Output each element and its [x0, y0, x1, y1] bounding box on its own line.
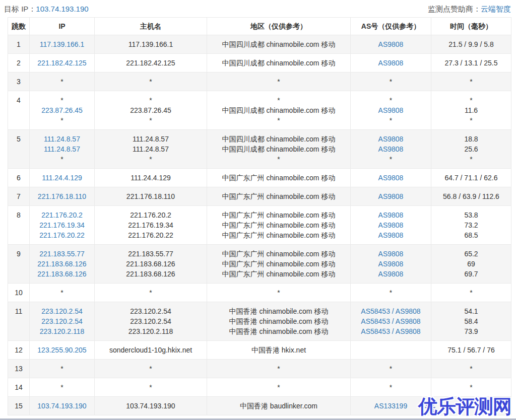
ip-link[interactable]: 221.183.55.77 — [32, 249, 92, 259]
hop-cell: 2 — [8, 54, 30, 73]
asn-link[interactable]: AS133199 — [353, 401, 429, 411]
ip-cell: 123.255.90.205 — [30, 341, 95, 360]
host-value: 221.183.68.126 — [97, 259, 205, 269]
region-cell: 中国香港 baudlinker.com — [207, 397, 351, 415]
time-cell: 64.7 / 71.1 / 62.6 — [431, 169, 511, 187]
time-cell: 27.3 / 13.1 / 25.5 — [431, 54, 511, 73]
region-cell: 中国广东广州 chinamobile.com 移动 — [207, 169, 351, 187]
hop-cell: 8 — [8, 206, 30, 245]
region-value: 中国四川成都 chinamobile.com 移动 — [209, 105, 348, 115]
asn-link[interactable]: AS9808 — [353, 259, 429, 269]
asn-link[interactable]: AS58453 / AS9808 — [353, 316, 429, 326]
host-value: 223.120.2.54 — [97, 316, 205, 326]
time-value: * — [433, 95, 509, 105]
table-row: 3***** — [8, 73, 511, 91]
sponsor-link[interactable]: 云端智度 — [481, 5, 511, 13]
region-value: * — [209, 154, 348, 164]
hop-cell: 9 — [8, 245, 30, 284]
hop-cell: 7 — [8, 187, 30, 206]
asn-link[interactable]: AS9808 — [353, 105, 429, 115]
asn-value: * — [353, 115, 429, 125]
asn-value: * — [353, 77, 429, 87]
asn-link[interactable]: AS9808 — [353, 173, 429, 183]
ip-link[interactable]: 221.176.20.22 — [32, 230, 92, 240]
hop-cell: 1 — [8, 35, 30, 54]
time-cell: * — [431, 360, 511, 378]
asn-link[interactable]: AS9808 — [353, 144, 429, 154]
region-value: 中国四川成都 chinamobile.com 移动 — [209, 39, 348, 49]
time-cell: 56.8 / 63.9 / 112.6 — [431, 187, 511, 206]
ip-link[interactable]: 223.120.2.118 — [32, 326, 92, 336]
ip-link[interactable]: 221.176.18.110 — [32, 191, 92, 201]
asn-link[interactable]: AS9808 — [353, 230, 429, 240]
hop-value: 2 — [10, 58, 27, 68]
region-value: 中国广东广州 chinamobile.com 移动 — [209, 173, 348, 183]
hop-cell: 3 — [8, 73, 30, 91]
host-cell: 111.24.4.129 — [95, 169, 207, 187]
region-value: * — [209, 95, 348, 105]
asn-value: * — [353, 364, 429, 374]
region-cell: 中国四川成都 chinamobile.com 移动中国四川成都 chinamob… — [207, 130, 351, 169]
ip-link[interactable]: 117.139.166.1 — [32, 39, 92, 49]
ip-cell: 117.139.166.1 — [30, 35, 95, 54]
host-value: 221.176.20.2 — [97, 210, 205, 220]
ip-link[interactable]: 221.183.68.126 — [32, 269, 92, 279]
table-row: 9221.183.55.77221.183.68.126221.183.68.1… — [8, 245, 511, 284]
host-cell: *223.87.26.45* — [95, 91, 207, 130]
asn-link[interactable]: AS9808 — [353, 220, 429, 230]
region-value: 中国四川成都 chinamobile.com 移动 — [209, 58, 348, 68]
col-header-time: 时间（毫秒） — [431, 18, 511, 35]
ip-cell: 111.24.4.129 — [30, 169, 95, 187]
asn-link[interactable]: AS9808 — [353, 191, 429, 201]
ip-link[interactable]: 223.120.2.54 — [32, 316, 92, 326]
ip-cell: * — [30, 284, 95, 302]
asn-link[interactable]: AS58453 / AS9808 — [353, 326, 429, 336]
time-value: 54.1 — [433, 306, 509, 316]
asn-link[interactable]: AS9808 — [353, 210, 429, 220]
time-cell: * — [431, 73, 511, 91]
ip-link[interactable]: 111.24.8.57 — [32, 134, 92, 144]
asn-link[interactable]: AS9808 — [353, 249, 429, 259]
hop-value: 11 — [10, 306, 27, 316]
ip-link[interactable]: 221.183.68.126 — [32, 259, 92, 269]
time-cell: 21.5 / 9.9 / 5.8 — [431, 35, 511, 54]
time-value: * — [433, 382, 509, 392]
host-value: 221.176.20.22 — [97, 230, 205, 240]
ip-link[interactable]: 111.24.4.129 — [32, 173, 92, 183]
ip-link[interactable]: 221.182.42.125 — [32, 58, 92, 68]
ip-link[interactable]: 123.255.90.205 — [32, 345, 92, 355]
ip-link[interactable]: 223.87.26.45 — [32, 105, 92, 115]
ip-link[interactable]: 111.24.8.57 — [32, 144, 92, 154]
ip-link[interactable]: 103.74.193.190 — [32, 401, 92, 411]
host-value: * — [97, 364, 205, 374]
ip-link[interactable]: 221.176.20.2 — [32, 210, 92, 220]
asn-cell: * — [351, 360, 431, 378]
target-ip-link[interactable]: 103.74.193.190 — [36, 5, 88, 13]
asn-link[interactable]: AS58453 / AS9808 — [353, 306, 429, 316]
asn-cell: * — [351, 73, 431, 91]
time-value: * — [433, 77, 509, 87]
asn-value: * — [353, 154, 429, 164]
hop-cell: 12 — [8, 341, 30, 360]
asn-link[interactable]: AS9808 — [353, 134, 429, 144]
hop-cell: 10 — [8, 284, 30, 302]
topbar: 目标 IP：103.74.193.190 监测点赞助商：云端智度 — [0, 0, 516, 14]
time-cell: 53.873.268.5 — [431, 206, 511, 245]
asn-value — [353, 345, 429, 355]
host-value: 111.24.4.129 — [97, 173, 205, 183]
region-cell: *中国四川成都 chinamobile.com 移动* — [207, 91, 351, 130]
asn-link[interactable]: AS9808 — [353, 269, 429, 279]
ip-value: * — [32, 154, 92, 164]
region-cell: 中国广东广州 chinamobile.com 移动中国广东广州 chinamob… — [207, 245, 351, 284]
host-value: 111.24.8.57 — [97, 134, 205, 144]
ip-link[interactable]: 221.176.19.34 — [32, 220, 92, 230]
ip-link[interactable]: 223.120.2.54 — [32, 306, 92, 316]
asn-link[interactable]: AS9808 — [353, 58, 429, 68]
host-value: 221.176.19.34 — [97, 220, 205, 230]
col-header-host: 主机名 — [95, 18, 207, 35]
host-cell: sondercloud1-10g.hkix.net — [95, 341, 207, 360]
table-row: 7221.176.18.110221.176.18.110中国广东广州 chin… — [8, 187, 511, 206]
region-cell: 中国香港 chinamobile.com 移动中国香港 chinamobile.… — [207, 302, 351, 341]
host-value: * — [97, 288, 205, 298]
asn-link[interactable]: AS9808 — [353, 39, 429, 49]
